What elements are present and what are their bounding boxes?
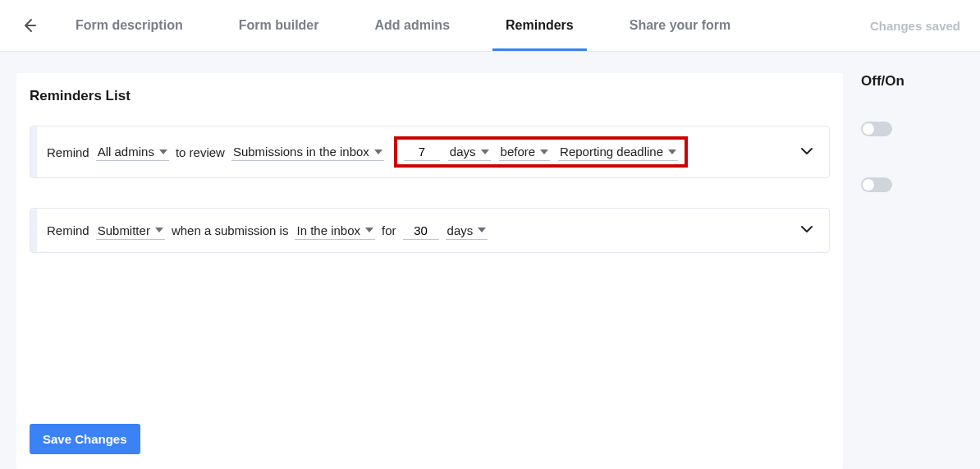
caret-down-icon bbox=[374, 149, 382, 154]
page-body: Reminders List Remind All admins to revi… bbox=[0, 52, 980, 469]
r2-unit-value: days bbox=[447, 223, 474, 237]
reminders-panel: Reminders List Remind All admins to revi… bbox=[16, 73, 843, 469]
tab-add-admins[interactable]: Add admins bbox=[371, 0, 453, 51]
r1-number-input[interactable] bbox=[404, 143, 440, 161]
r1-expand-toggle[interactable] bbox=[796, 140, 817, 164]
caret-down-icon bbox=[478, 228, 486, 232]
r2-remind-label: Remind bbox=[47, 223, 89, 237]
row-drag-handle[interactable] bbox=[30, 126, 37, 177]
r2-who-dropdown[interactable]: Submitter bbox=[96, 222, 165, 240]
r1-relation-dropdown[interactable]: before bbox=[499, 143, 551, 161]
r2-who-value: Submitter bbox=[98, 223, 150, 237]
side-title: Off/On bbox=[861, 73, 964, 101]
caret-down-icon bbox=[365, 228, 373, 232]
reminder-row-1: Remind All admins to review Submissions … bbox=[30, 126, 830, 178]
status-changes-saved: Changes saved bbox=[870, 19, 960, 33]
tab-share-your-form[interactable]: Share your form bbox=[626, 0, 735, 51]
r1-who-value: All admins bbox=[98, 145, 154, 159]
r1-remind-label: Remind bbox=[47, 145, 89, 159]
caret-down-icon bbox=[481, 149, 489, 154]
r1-relation-value: before bbox=[501, 145, 536, 159]
r2-state-dropdown[interactable]: In the inbox bbox=[295, 222, 375, 240]
caret-down-icon bbox=[540, 149, 548, 154]
r1-timing-highlight: days before Reporting deadline bbox=[394, 136, 688, 168]
save-changes-button[interactable]: Save Changes bbox=[30, 424, 140, 454]
r1-toggle[interactable] bbox=[861, 122, 892, 136]
chevron-down-icon bbox=[799, 222, 814, 237]
row-drag-handle[interactable] bbox=[30, 209, 37, 252]
r1-unit-value: days bbox=[450, 145, 476, 159]
r1-toggle-wrap bbox=[861, 111, 964, 147]
caret-down-icon bbox=[155, 228, 163, 232]
tab-form-description[interactable]: Form description bbox=[72, 0, 186, 51]
arrow-left-icon bbox=[21, 17, 38, 34]
topbar: Form description Form builder Add admins… bbox=[0, 0, 980, 52]
panel-title: Reminders List bbox=[16, 88, 843, 116]
caret-down-icon bbox=[668, 149, 676, 154]
r2-when-label: when a submission is bbox=[172, 223, 289, 237]
r1-target-dropdown[interactable]: Submissions in the inbox bbox=[231, 143, 384, 161]
r2-unit-dropdown[interactable]: days bbox=[446, 222, 488, 240]
r2-for-label: for bbox=[382, 223, 396, 237]
caret-down-icon bbox=[159, 149, 167, 154]
back-arrow-button[interactable] bbox=[20, 16, 39, 35]
r2-expand-toggle[interactable] bbox=[796, 218, 817, 242]
r1-event-value: Reporting deadline bbox=[560, 145, 663, 159]
chevron-down-icon bbox=[799, 144, 814, 159]
tab-form-builder[interactable]: Form builder bbox=[236, 0, 323, 51]
tabs: Form description Form builder Add admins… bbox=[72, 0, 734, 51]
r2-state-value: In the inbox bbox=[296, 223, 360, 237]
r1-who-dropdown[interactable]: All admins bbox=[96, 143, 169, 161]
r1-to-review-label: to review bbox=[176, 145, 225, 159]
reminder-row-2: Remind Submitter when a submission is In… bbox=[30, 208, 830, 253]
toggle-column: Off/On bbox=[861, 73, 964, 469]
r1-event-dropdown[interactable]: Reporting deadline bbox=[558, 143, 678, 161]
r2-toggle-wrap bbox=[861, 167, 964, 203]
r1-unit-dropdown[interactable]: days bbox=[448, 143, 491, 161]
tab-reminders[interactable]: Reminders bbox=[502, 0, 577, 51]
r1-target-value: Submissions in the inbox bbox=[233, 145, 369, 159]
r2-number-input[interactable] bbox=[403, 222, 439, 240]
r2-toggle[interactable] bbox=[861, 177, 892, 192]
